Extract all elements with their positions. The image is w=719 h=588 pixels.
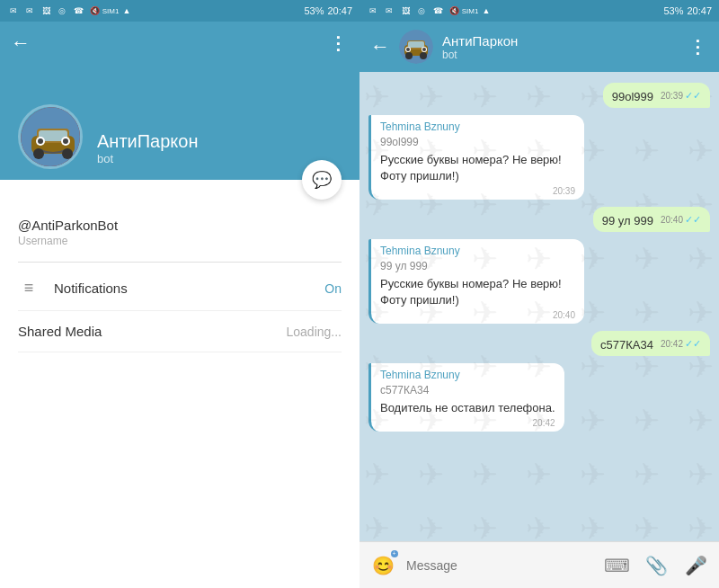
r-image-icon: 🖼 [399,4,412,17]
received-quoted-6: с577КА34 [380,383,555,398]
received-bubble-6: Tehmina Bznuny с577КА34 Водитель не оста… [368,363,564,432]
notifications-label: Notifications [54,281,128,296]
emoji-button[interactable]: 😊 + [367,549,399,582]
right-nav-left: ← АнтиПарко [370,30,518,64]
sent-bubble-5: с577КА34 20:42 ✓✓ [591,331,710,356]
svg-point-19 [420,52,427,59]
svg-point-7 [63,138,68,144]
r-phone-icon: ☎ [431,4,444,17]
sent-time-3: 20:40 ✓✓ [661,214,701,226]
left-header: ✉ ✉ 🖼 ◎ ☎ 🔇 SIM1 ▲ 53% 20:47 ← ⋮ [0,0,360,180]
received-text-2: Русские буквы номера? Не верю! Фоту приш… [380,152,575,184]
received-sender-4: Tehmina Bznuny [380,245,575,257]
notifications-value: On [324,281,342,296]
message-fab-icon: 💬 [312,170,332,190]
username-row: @AntiParkonBot Username [18,207,342,258]
right-chat-name: АнтиПаркон [442,33,518,49]
right-status-icons: ✉ ✉ 🖼 ◎ ☎ 🔇 SIM1 ▲ [367,4,493,17]
sent-bubble-3: 99 ул 999 20:40 ✓✓ [593,207,710,232]
received-text-4: Русские буквы номера? Не верю! Фоту приш… [380,276,575,308]
notifications-left: ≡ Notifications [18,279,128,298]
attach-icon: 📎 [645,555,668,576]
username-label: Username [18,235,342,247]
right-more-button[interactable]: ⋮ [688,36,708,58]
sent-text-3: 99 ул 999 [602,214,653,227]
table-row: 99 ул 999 20:40 ✓✓ [368,207,710,232]
received-time-4: 20:40 [553,310,575,320]
double-check-icon-1: ✓✓ [685,90,701,102]
table-row: Tehmina Bznuny с577КА34 Водитель не оста… [368,363,710,432]
r-messenger-icon: ◎ [415,4,428,17]
divider-1 [18,262,342,263]
keyboard-icon: ⌨ [604,555,630,576]
table-row: Tehmina Bznuny 99 ул 999 Русские буквы н… [368,239,710,324]
shared-media-label: Shared Media [18,324,102,339]
right-chat-type: bot [442,49,518,61]
left-status-right: 53% 20:47 [304,5,352,16]
svg-point-5 [38,138,43,144]
right-back-button[interactable]: ← [370,35,390,58]
left-panel: ✉ ✉ 🖼 ◎ ☎ 🔇 SIM1 ▲ 53% 20:47 ← ⋮ [0,0,360,588]
left-avatar [18,104,83,169]
received-sender-2: Tehmina Bznuny [380,120,575,133]
avatar-car-svg [21,107,83,169]
table-row: Tehmina Bznuny 99ol999 Русские буквы ном… [368,115,710,200]
right-header: ✉ ✉ 🖼 ◎ ☎ 🔇 SIM1 ▲ 53% 20:47 ← [360,0,719,72]
received-bubble-2: Tehmina Bznuny 99ol999 Русские буквы ном… [368,115,584,200]
table-row: с577КА34 20:42 ✓✓ [368,331,710,356]
left-back-button[interactable]: ← [11,31,31,55]
left-avatar-img [21,107,83,169]
received-text-6: Водитель не оставил телефона. [380,400,555,416]
message-input[interactable] [406,558,593,573]
right-chat-info: АнтиПаркон bot [442,33,518,61]
input-bar: 😊 + ⌨ 📎 🎤 [360,541,719,588]
mic-button[interactable]: 🎤 [679,549,712,582]
message-icon: ✉ [23,4,36,17]
left-status-bar: ✉ ✉ 🖼 ◎ ☎ 🔇 SIM1 ▲ 53% 20:47 [0,0,360,22]
received-sender-6: Tehmina Bznuny [380,369,555,381]
r-envelope-icon: ✉ [367,4,379,17]
svg-point-8 [33,148,44,159]
right-avatar[interactable] [399,30,433,64]
received-time-2: 20:39 [553,186,575,196]
sim-icon: SIM1 [104,4,117,17]
r-message-icon: ✉ [383,4,395,17]
received-bubble-4: Tehmina Bznuny 99 ул 999 Русские буквы н… [368,239,584,324]
signal-icon: ▲ [120,4,133,17]
sent-time-5: 20:42 ✓✓ [661,338,701,350]
envelope-icon: ✉ [7,4,20,17]
image-icon: 🖼 [40,4,52,17]
keyboard-toggle-button[interactable]: ⌨ [600,549,633,582]
phone-icon: ☎ [72,4,84,17]
right-panel: ✉ ✉ 🖼 ◎ ☎ 🔇 SIM1 ▲ 53% 20:47 ← [360,0,719,588]
left-content: @AntiParkonBot Username ≡ Notifications … [0,180,360,588]
table-row: 99ol999 20:39 ✓✓ [368,83,710,108]
svg-point-18 [405,52,413,59]
left-nav: ← ⋮ [0,22,360,65]
notifications-row[interactable]: ≡ Notifications On [18,266,342,311]
attach-button[interactable]: 📎 [640,549,672,582]
r-signal-icon: ▲ [480,4,493,17]
right-nav: ← АнтиПарко [360,22,719,72]
left-more-button[interactable]: ⋮ [329,32,349,54]
r-sim-icon: SIM1 [464,4,476,17]
svg-rect-13 [408,41,424,48]
muted-icon: 🔇 [88,4,101,17]
left-status-icons: ✉ ✉ 🖼 ◎ ☎ 🔇 SIM1 ▲ [7,4,133,17]
left-profile-section: АнтиПаркон bot 💬 [0,65,360,180]
double-check-icon-5: ✓✓ [685,338,701,350]
mic-icon: 🎤 [685,555,707,576]
chat-area: 99ol999 20:39 ✓✓ Tehmina Bznuny 99ol999 … [360,72,719,541]
messenger-icon: ◎ [56,4,68,17]
shared-media-row[interactable]: Shared Media Loading... [18,311,342,352]
message-fab-button[interactable]: 💬 [302,160,342,200]
received-quoted-4: 99 ул 999 [380,259,575,274]
shared-media-left: Shared Media [18,324,102,339]
sent-bubble-1: 99ol999 20:39 ✓✓ [603,83,710,108]
right-battery: 53% [663,5,683,16]
svg-point-17 [422,48,426,51]
left-time: 20:47 [327,5,352,16]
right-time: 20:47 [687,5,712,16]
received-quoted-2: 99ol999 [380,135,575,150]
username-value: @AntiParkonBot [18,218,342,233]
